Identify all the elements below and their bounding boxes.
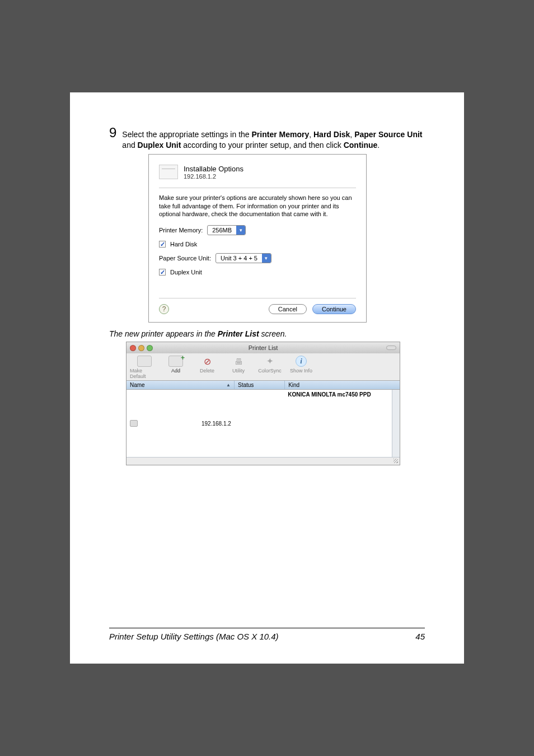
caption: The new printer appears in the Printer L… bbox=[109, 329, 425, 338]
column-headers: Name ▲ Status Kind bbox=[127, 381, 400, 390]
table-row[interactable]: 192.168.1.2 KONICA MINOLTA mc7450 PPD bbox=[127, 390, 400, 457]
t: and bbox=[122, 141, 137, 150]
page-number: 45 bbox=[415, 632, 425, 641]
dialog-button-bar: ? Cancel Continue bbox=[159, 298, 356, 314]
delete-icon: ⊘ bbox=[200, 356, 214, 367]
titlebar[interactable]: Printer List bbox=[127, 342, 400, 353]
sort-ascending-icon: ▲ bbox=[226, 382, 231, 388]
hard-disk-checkbox[interactable] bbox=[159, 241, 166, 248]
printer-memory-row: Printer Memory: 256MB ▾ bbox=[159, 225, 356, 235]
step-9: 9 Select the appropriate settings in the… bbox=[109, 126, 425, 151]
chevron-updown-icon: ▾ bbox=[236, 226, 245, 235]
name-column-header[interactable]: Name ▲ bbox=[127, 381, 235, 389]
paper-source-row: Paper Source Unit: Unit 3 + 4 + 5 ▾ bbox=[159, 253, 356, 263]
printer-icon bbox=[137, 356, 152, 367]
info-icon: i bbox=[296, 356, 307, 367]
colorsync-label: ColorSync bbox=[258, 368, 282, 374]
colorsync-button[interactable]: ✦ ColorSync bbox=[255, 356, 284, 379]
caption-bold: Printer List bbox=[218, 329, 259, 338]
dialog-body: Make sure your printer's options are acc… bbox=[159, 188, 356, 276]
row-kind-cell: KONICA MINOLTA mc7450 PPD bbox=[284, 390, 400, 457]
t: according to your printer setup, and the… bbox=[181, 141, 343, 150]
resize-handle[interactable] bbox=[127, 457, 400, 465]
help-button[interactable]: ? bbox=[159, 304, 169, 314]
page-footer: Printer Setup Utility Settings (Mac OS X… bbox=[109, 628, 425, 641]
printer-row-icon bbox=[130, 420, 138, 427]
continue-term: Continue bbox=[344, 141, 378, 150]
dialog-header: Installable Options 192.168.1.2 bbox=[159, 165, 356, 180]
dialog-note: Make sure your printer's options are acc… bbox=[159, 194, 356, 219]
utility-icon: 🖶 bbox=[231, 356, 246, 367]
page-content: 9 Select the appropriate settings in the… bbox=[109, 126, 425, 628]
hard-disk-label: Hard Disk bbox=[170, 241, 197, 248]
add-printer-icon bbox=[168, 356, 183, 367]
duplex-label: Duplex Unit bbox=[170, 269, 202, 276]
printer-list-window: Printer List Make Default Add ⊘ Delete 🖶 bbox=[126, 342, 400, 465]
printer-list-body: 192.168.1.2 KONICA MINOLTA mc7450 PPD bbox=[127, 390, 400, 457]
document-page: 9 Select the appropriate settings in the… bbox=[70, 92, 464, 664]
paper-source-term: Paper Source Unit bbox=[354, 130, 422, 139]
row-name: 192.168.1.2 bbox=[202, 421, 231, 427]
add-label: Add bbox=[171, 368, 180, 374]
chevron-updown-icon: ▾ bbox=[262, 254, 271, 263]
t: Select the appropriate settings in the bbox=[122, 130, 251, 139]
printer-memory-label: Printer Memory: bbox=[159, 227, 203, 234]
make-default-label: Make Default bbox=[130, 368, 159, 379]
printer-icon bbox=[159, 165, 178, 179]
colorsync-icon: ✦ bbox=[263, 356, 277, 367]
col-name-label: Name bbox=[130, 382, 145, 388]
show-info-label: Show Info bbox=[290, 368, 312, 374]
dialog-title: Installable Options bbox=[184, 165, 243, 173]
footer-title: Printer Setup Utility Settings (Mac OS X… bbox=[109, 632, 279, 641]
window-title: Printer List bbox=[127, 344, 400, 351]
paper-source-label: Paper Source Unit: bbox=[159, 255, 211, 262]
duplex-unit-term: Duplex Unit bbox=[138, 141, 181, 150]
caption-t: The new printer appears in the bbox=[109, 329, 218, 338]
status-column-header[interactable]: Status bbox=[235, 381, 285, 389]
kind-column-header[interactable]: Kind bbox=[285, 381, 400, 389]
hard-disk-term: Hard Disk bbox=[313, 130, 350, 139]
add-button[interactable]: Add bbox=[161, 356, 190, 379]
printer-memory-term: Printer Memory bbox=[252, 130, 310, 139]
step-text: Select the appropriate settings in the P… bbox=[122, 126, 425, 151]
utility-label: Utility bbox=[232, 368, 245, 374]
installable-options-dialog: Installable Options 192.168.1.2 Make sur… bbox=[148, 154, 367, 323]
t: , bbox=[350, 130, 354, 139]
dialog-subtitle: 192.168.1.2 bbox=[184, 173, 243, 180]
paper-source-select[interactable]: Unit 3 + 4 + 5 ▾ bbox=[216, 253, 271, 263]
utility-button[interactable]: 🖶 Utility bbox=[224, 356, 253, 379]
paper-source-value: Unit 3 + 4 + 5 bbox=[216, 254, 262, 263]
delete-label: Delete bbox=[200, 368, 214, 374]
vertical-scrollbar[interactable] bbox=[392, 390, 400, 457]
printer-memory-select[interactable]: 256MB ▾ bbox=[207, 225, 246, 235]
row-name-cell: 192.168.1.2 bbox=[127, 390, 235, 457]
t: . bbox=[377, 141, 380, 150]
row-status-cell bbox=[235, 390, 284, 457]
t: , bbox=[309, 130, 313, 139]
duplex-checkbox[interactable] bbox=[159, 269, 166, 276]
printer-memory-value: 256MB bbox=[208, 226, 236, 235]
caption-t: screen. bbox=[259, 329, 287, 338]
toolbar: Make Default Add ⊘ Delete 🖶 Utility ✦ Co… bbox=[127, 353, 400, 381]
step-number: 9 bbox=[109, 126, 116, 139]
duplex-row: Duplex Unit bbox=[159, 269, 356, 276]
hard-disk-row: Hard Disk bbox=[159, 241, 356, 248]
delete-button[interactable]: ⊘ Delete bbox=[193, 356, 222, 379]
show-info-button[interactable]: i Show Info bbox=[287, 356, 316, 379]
continue-button[interactable]: Continue bbox=[312, 304, 356, 314]
cancel-button[interactable]: Cancel bbox=[269, 304, 307, 314]
make-default-button[interactable]: Make Default bbox=[130, 356, 159, 379]
